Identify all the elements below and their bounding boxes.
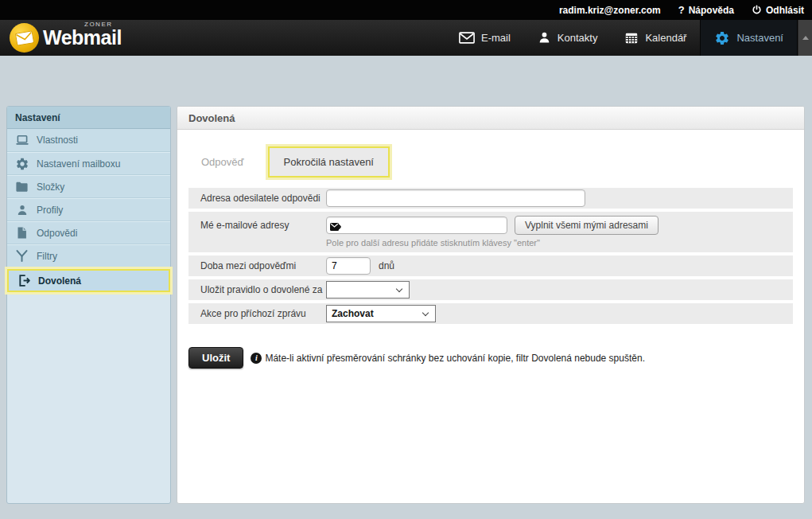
form-row-incoming-action: Akce pro příchozí zprávu Zachovat [188, 303, 793, 324]
settings-form: Adresa odesilatele odpovědi Mé e-mailové… [188, 188, 793, 324]
save-rule-select[interactable] [326, 281, 410, 299]
tab-pokrocila-nastaveni[interactable]: Pokročilá nastavení [268, 146, 390, 178]
incoming-action-select-value: Zachovat [332, 308, 374, 319]
brand-name: ZONER Webmail [43, 28, 122, 48]
logo-envelope-icon [10, 23, 39, 53]
navbar: ZONER Webmail E-mail Kontakty Kalendář N… [0, 20, 812, 56]
form-row-sender-address: Adresa odesilatele odpovědi [188, 188, 793, 209]
sidebar-item-nastaveni-mailboxu[interactable]: Nastavení mailboxu [7, 152, 170, 175]
document-icon [14, 225, 29, 240]
sidebar-item-slozky[interactable]: Složky [7, 175, 170, 198]
help-icon: ? [678, 4, 685, 16]
user-email: radim.kriz@zoner.com [559, 5, 661, 16]
person-icon [14, 202, 29, 217]
sidebar-item-vlastnosti[interactable]: Vlastnosti [7, 129, 170, 152]
monitor-icon [14, 133, 29, 148]
chevron-down-icon [396, 285, 402, 291]
incoming-action-select[interactable]: Zachovat [326, 305, 436, 322]
info-text: Máte-li aktivní přesměrování schránky be… [265, 353, 645, 364]
my-addresses-helper: Pole pro další adresu přidáte stisknutím… [326, 238, 540, 248]
nav-item-email[interactable]: E-mail [445, 20, 524, 56]
address-envelope-icon [330, 220, 342, 235]
form-row-reply-interval: Doba mezi odpověďmi dnů [188, 256, 793, 276]
save-row: Uložit i Máte-li aktivní přesměrování sc… [188, 347, 793, 369]
filter-icon [14, 248, 29, 263]
person-icon [538, 31, 551, 45]
nav-item-contacts[interactable]: Kontakty [524, 20, 612, 56]
tab-bar: Odpověď Pokročilá nastavení [188, 146, 793, 178]
sidebar-title: Nastavení [7, 107, 170, 129]
incoming-action-label: Akce pro příchozí zprávu [188, 303, 326, 324]
gear-icon [714, 30, 730, 46]
form-row-my-addresses: Mé e-mailové adresy Vyplnit všemi mými a… [188, 212, 793, 252]
folder-icon [14, 179, 29, 194]
chevron-down-icon [422, 309, 429, 315]
brand-prefix: ZONER [84, 21, 113, 28]
fill-all-addresses-button[interactable]: Vyplnit všemi mými adresami [515, 216, 659, 235]
calendar-icon [624, 31, 639, 45]
scroll-up-button[interactable] [798, 20, 812, 56]
help-link[interactable]: ? Nápověda [678, 4, 734, 16]
page-title: Dovolená [177, 107, 804, 130]
page-content: Nastavení Vlastnosti Nastavení mailboxu … [0, 56, 812, 519]
sender-address-input[interactable] [326, 189, 585, 207]
power-icon [752, 5, 762, 15]
gear-icon [14, 156, 29, 171]
reply-interval-label: Doba mezi odpověďmi [188, 256, 326, 276]
nav-item-settings[interactable]: Nastavení [700, 20, 798, 56]
days-suffix: dnů [379, 260, 394, 271]
app-logo: ZONER Webmail [10, 20, 122, 56]
exit-icon [16, 273, 31, 288]
nav-item-calendar[interactable]: Kalendář [611, 20, 700, 56]
logout-link[interactable]: Odhlásit [752, 5, 804, 16]
sidebar-item-odpovedi[interactable]: Odpovědi [7, 221, 170, 244]
main-panel: Dovolená Odpověď Pokročilá nastavení Adr… [177, 106, 805, 504]
my-addresses-label: Mé e-mailové adresy [188, 212, 326, 252]
save-rule-label: Uložit pravidlo o dovolené za [188, 279, 326, 300]
sidebar-item-profily[interactable]: Profily [7, 198, 170, 221]
settings-sidebar: Nastavení Vlastnosti Nastavení mailboxu … [6, 106, 171, 504]
envelope-icon [459, 32, 475, 44]
form-row-save-rule: Uložit pravidlo o dovolené za [188, 279, 793, 300]
info-icon: i [251, 353, 262, 364]
sidebar-item-dovolena[interactable]: Dovolená [7, 269, 170, 292]
my-addresses-input[interactable] [326, 217, 507, 234]
topbar: radim.kriz@zoner.com ? Nápověda Odhlásit [0, 0, 812, 20]
up-arrow-icon [802, 36, 809, 40]
reply-interval-input[interactable] [326, 257, 371, 275]
sidebar-item-filtry[interactable]: Filtry [7, 244, 170, 267]
tab-odpoved[interactable]: Odpověď [188, 148, 257, 176]
sender-address-label: Adresa odesilatele odpovědi [188, 188, 326, 209]
nav-spacer [122, 20, 445, 56]
save-button[interactable]: Uložit [188, 347, 243, 369]
